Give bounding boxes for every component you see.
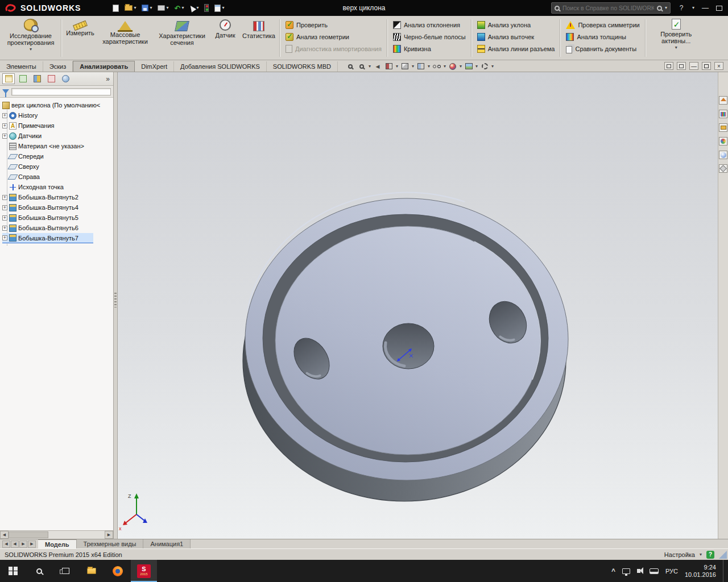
pane-right-icon[interactable] (677, 62, 686, 70)
center-hole[interactable] (383, 323, 434, 369)
tab-evaluate[interactable]: Анализировать (73, 61, 135, 72)
zoom-area-icon[interactable] (357, 62, 366, 70)
expand-icon[interactable]: + (2, 113, 7, 118)
tab-features[interactable]: Элементы (0, 61, 43, 72)
volume-icon[interactable] (637, 569, 640, 573)
panel-horizontal-scrollbar[interactable]: ◀ ▶ (0, 530, 113, 539)
section-properties-button[interactable]: Характеристики сечения (154, 18, 210, 59)
tree-root-item[interactable]: верх циклона (По умолчанию< (2, 100, 113, 110)
last-tab-button[interactable]: ▶ (28, 541, 36, 548)
thickness-analysis-button[interactable]: Анализ толщины (566, 32, 639, 41)
tab-solidworks-mbd[interactable]: SOLIDWORKS MBD (267, 61, 338, 72)
task-pane-view-palette-icon[interactable] (719, 137, 727, 146)
previous-tab-button[interactable]: ◀ (11, 541, 19, 548)
splitter-grip[interactable] (114, 293, 117, 307)
document-close-button[interactable]: × (714, 62, 723, 70)
graphics-viewport[interactable]: Z x (118, 72, 718, 539)
document-restore-button[interactable] (702, 62, 711, 70)
draft-analysis-button[interactable]: Анализ уклона (477, 20, 555, 30)
network-icon[interactable] (622, 568, 630, 574)
tree-item-sensors[interactable]: + Датчики (2, 131, 113, 141)
edit-appearance-icon[interactable] (448, 62, 457, 70)
tree-item-history[interactable]: + History (2, 110, 113, 120)
next-tab-button[interactable]: ▶ (19, 541, 27, 548)
model-canvas[interactable]: Z x (118, 72, 718, 539)
expand-icon[interactable]: + (2, 215, 7, 221)
solidworks-taskbar-button[interactable]: S 2015 (131, 560, 157, 582)
task-view-button[interactable] (52, 560, 78, 582)
measure-button[interactable]: Измерить (64, 18, 97, 59)
undo-button[interactable]: ↶▾ (173, 2, 185, 14)
open-button[interactable]: ▾ (123, 2, 137, 14)
property-manager-tab[interactable] (16, 73, 29, 84)
expand-icon[interactable]: + (2, 123, 7, 128)
tree-item-front-plane[interactable]: Спереди (2, 151, 113, 161)
tab-3d-views[interactable]: Трехмерные виды (77, 539, 144, 548)
tree-item-boss-extrude6[interactable]: + Бобышка-Вытянуть6 (2, 223, 113, 233)
curvature-button[interactable]: Кривизна (393, 44, 466, 53)
view-orientation-icon[interactable] (400, 62, 410, 70)
browser-button[interactable] (105, 560, 131, 582)
mass-properties-button[interactable]: Массовые характеристики (97, 18, 154, 59)
expand-icon[interactable]: + (2, 195, 7, 200)
tree-item-right-plane[interactable]: Справа (2, 172, 113, 182)
zoom-fit-icon[interactable] (346, 62, 355, 70)
resize-grip-icon[interactable] (719, 551, 727, 559)
sensor-button[interactable]: Датчик (210, 18, 240, 59)
symmetry-check-button[interactable]: Проверка симметрии (566, 20, 639, 30)
tree-item-annotations[interactable]: + A Примечания (2, 120, 113, 131)
maximize-button[interactable] (716, 6, 722, 11)
help-search-box[interactable]: ▾ (551, 2, 671, 14)
tab-sketch[interactable]: Эскиз (43, 61, 73, 72)
dimxpert-manager-tab[interactable] (45, 73, 57, 84)
tree-item-material[interactable]: Материал <не указан> (2, 141, 113, 151)
scroll-right-button[interactable]: ▶ (105, 531, 113, 539)
configuration-manager-tab[interactable] (31, 73, 43, 84)
tab-dimxpert[interactable]: DimXpert (135, 61, 174, 72)
tree-item-origin[interactable]: Исходная точка (2, 182, 113, 192)
check-button[interactable]: ✓ Проверить (286, 20, 382, 30)
display-style-icon[interactable] (416, 62, 425, 70)
expand-icon[interactable]: + (2, 205, 7, 210)
design-study-button[interactable]: Исследованиепроектирования ▾ (2, 18, 59, 59)
file-explorer-button[interactable] (78, 560, 105, 582)
tab-solidworks-addins[interactable]: Добавления SOLIDWORKS (174, 61, 267, 72)
statistics-button[interactable]: Статистика (240, 18, 278, 59)
panel-overflow-chevrons[interactable]: » (106, 75, 111, 83)
taskbar-search-button[interactable] (26, 560, 52, 582)
geometry-analysis-button[interactable]: ✓ Анализ геометрии (286, 32, 382, 41)
tab-animation1[interactable]: Анимация1 (143, 539, 191, 548)
filter-icon[interactable] (2, 89, 9, 94)
select-button[interactable]: ▾ (188, 2, 200, 14)
feature-manager-tab[interactable] (2, 73, 15, 84)
tree-item-boss-extrude4[interactable]: + Бобышка-Вытянуть4 (2, 202, 113, 213)
task-pane-custom-properties-icon[interactable] (719, 164, 727, 173)
task-pane-file-explorer-icon[interactable] (719, 123, 727, 132)
language-indicator[interactable]: РУС (665, 568, 678, 575)
status-help-icon[interactable]: ? (706, 551, 714, 559)
expand-icon[interactable]: + (2, 235, 7, 240)
tree-item-boss-extrude7[interactable]: + Бобышка-Вытянуть7 (2, 233, 93, 243)
tree-item-boss-extrude2[interactable]: + Бобышка-Вытянуть2 (2, 192, 113, 202)
task-pane-design-library-icon[interactable] (719, 110, 727, 118)
compare-documents-button[interactable]: Сравнить документы (566, 44, 639, 53)
touch-keyboard-icon[interactable] (650, 568, 659, 574)
hidden-icons-button[interactable]: ^ (611, 567, 615, 575)
minimize-button[interactable]: — (700, 4, 710, 12)
undercut-analysis-button[interactable]: Анализ выточек (477, 32, 555, 41)
parting-line-analysis-button[interactable]: Анализ линии разъема (477, 44, 555, 53)
hide-show-items-icon[interactable] (432, 62, 441, 70)
section-view-icon[interactable] (384, 62, 394, 70)
pane-left-icon[interactable] (664, 62, 673, 70)
task-pane-resources-icon[interactable] (719, 96, 727, 105)
panel-splitter[interactable] (114, 72, 118, 539)
expand-icon[interactable]: + (2, 226, 7, 231)
save-button[interactable]: ▾ (140, 2, 153, 14)
apply-scene-icon[interactable] (464, 62, 473, 70)
options-button[interactable]: ▾ (213, 2, 225, 14)
zebra-stripes-button[interactable]: Черно-белые полосы (393, 32, 466, 41)
tree-item-top-plane[interactable]: Сверху (2, 161, 113, 172)
deviation-analysis-button[interactable]: Анализ отклонения (393, 20, 466, 30)
tab-model[interactable]: Модель (38, 539, 77, 548)
tree-item-boss-extrude5[interactable]: + Бобышка-Вытянуть5 (2, 213, 113, 223)
